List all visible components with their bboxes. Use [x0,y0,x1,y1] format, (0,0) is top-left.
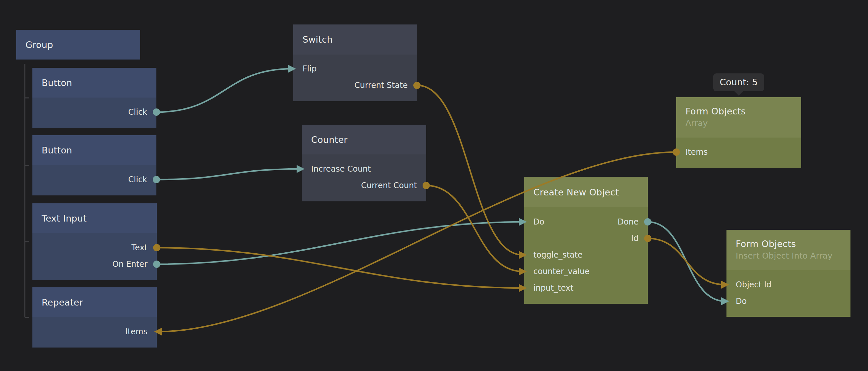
port-label: Current State [354,80,408,90]
wire-ti-onenter-to-cno-do [157,222,523,264]
port-label: Do [736,296,747,306]
port-label: input_text [533,283,574,293]
port-input-text-input[interactable] [519,284,527,292]
wire-ti-text-to-cno-itext [157,248,523,288]
node-header: Text Input [32,203,157,233]
node-form-objects-array[interactable]: Form Objects Array Items [676,97,801,168]
port-text-output[interactable] [153,244,160,251]
port-row: Click [32,107,156,117]
port-row: Items [32,327,157,337]
wire-sw-cs-to-cno-toggle [417,85,523,255]
port-row: input_text [524,283,648,293]
port-label: Click [128,175,147,185]
port-label: counter_value [533,267,590,276]
node-switch[interactable]: Switch Flip Current State [293,25,417,101]
node-body [726,270,850,317]
port-row: toggle_state [524,250,648,260]
node-title: Create New Object [533,187,619,197]
port-label: Flip [303,64,316,74]
node-button-1[interactable]: Button Click [32,68,156,128]
port-row: Id [524,234,648,243]
node-title: Button [42,145,72,155]
port-current-count-output[interactable] [423,182,430,189]
node-title: Group [26,40,53,50]
group-tree-connector [25,64,29,317]
port-row: Current State [293,80,417,90]
node-button-2[interactable]: Button Click [32,135,156,195]
node-title: Button [42,78,72,88]
port-flip-input[interactable] [288,65,296,73]
node-form-objects-insert[interactable]: Form Objects Insert Object Into Array Ob… [726,230,850,317]
node-header: Repeater [32,287,157,317]
port-row: Flip [293,64,417,74]
port-click-output[interactable] [153,109,160,116]
node-create-new-object[interactable]: Create New Object Do Done Id toggle_stat… [524,177,648,304]
node-header: Create New Object [524,177,648,207]
port-label: Items [685,147,708,157]
port-label: Object Id [736,280,771,290]
port-label: toggle_state [533,250,583,260]
port-counter-value-input[interactable] [519,268,527,275]
port-row: Click [32,175,156,185]
port-on-enter-output[interactable] [153,260,160,268]
node-counter[interactable]: Counter Increase Count Current Count [302,125,426,202]
port-items-input[interactable] [154,328,162,336]
port-label: Current Count [361,181,417,190]
port-row: Object Id [726,280,850,290]
port-row: Do Done [524,217,648,227]
node-title: Form Objects [685,105,801,118]
node-group[interactable]: Group [16,30,140,60]
port-label: Text [131,243,148,253]
port-label: Do [533,217,544,227]
wire-b1-click-to-sw-flip [156,69,292,112]
port-row: On Enter [32,259,157,269]
port-row: Do [726,296,850,306]
node-title: Form Objects [736,238,850,250]
node-header: Form Objects Array [676,97,801,137]
port-done-output[interactable] [644,218,651,225]
node-title: Switch [303,34,333,44]
port-items-output[interactable] [673,149,680,156]
node-title: Repeater [42,297,83,308]
port-current-state-output[interactable] [413,82,421,89]
port-row: Increase Count [302,164,426,174]
port-do-input[interactable] [519,218,527,226]
port-row: Text [32,243,157,253]
node-graph-canvas: Group Button Click Button Click Text Inp… [0,0,868,371]
node-text-input[interactable]: Text Input Text On Enter [32,203,157,280]
port-label: Id [631,234,639,243]
node-body [302,154,426,202]
port-row: counter_value [524,267,648,276]
port-do-input[interactable] [721,297,729,305]
node-header: Form Objects Insert Object Into Array [726,230,850,270]
port-toggle-state-input[interactable] [519,251,527,259]
wire-cno-done-to-foi-do [648,222,725,301]
count-tooltip: Count: 5 [713,73,764,91]
port-label: Click [128,107,147,117]
port-label: Done [618,217,639,227]
port-id-output[interactable] [644,235,651,242]
node-header: Group [16,30,140,60]
wire-cnt-cc-to-cno-cval [426,185,523,272]
node-header: Switch [293,25,417,55]
port-label: Items [125,327,148,337]
port-label: On Enter [113,259,148,269]
node-subtitle: Insert Object Into Array [736,250,850,261]
node-body [293,55,417,101]
node-header: Button [32,68,156,97]
node-title: Counter [311,134,347,145]
port-click-output[interactable] [153,176,160,183]
port-label: Increase Count [311,164,371,174]
wire-cno-id-to-foi-objectid [648,239,725,285]
node-repeater[interactable]: Repeater Items [32,287,157,347]
node-title: Text Input [42,213,87,223]
port-increase-count-input[interactable] [297,165,305,173]
node-subtitle: Array [685,118,801,129]
node-header: Counter [302,125,426,154]
node-header: Button [32,135,156,165]
port-row: Current Count [302,181,426,190]
wire-b2-click-to-cnt-inc [156,169,301,180]
count-tooltip-text: Count: 5 [719,77,757,87]
port-object-id-input[interactable] [721,281,729,289]
node-body [32,233,157,280]
